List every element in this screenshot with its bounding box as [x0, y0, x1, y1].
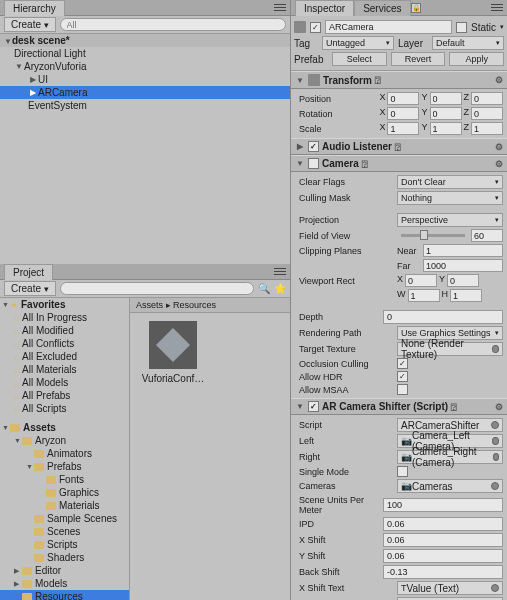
hierarchy-tab[interactable]: Hierarchy: [4, 0, 65, 16]
scale-z[interactable]: [471, 122, 503, 135]
occlusion-checkbox[interactable]: [397, 358, 408, 369]
tree-item[interactable]: ⌕All Conflicts: [0, 337, 129, 350]
fov-input[interactable]: [471, 229, 503, 242]
tree-item[interactable]: Sample Scenes: [0, 512, 129, 525]
tree-item[interactable]: ⌕All Excluded: [0, 350, 129, 363]
camera-header[interactable]: ▼ Camera ⍰⚙: [291, 155, 507, 172]
revert-button[interactable]: Revert: [391, 52, 446, 66]
tree-item[interactable]: ⌕All Scripts: [0, 402, 129, 415]
layer-dropdown[interactable]: Default: [432, 36, 504, 50]
project-asset-item[interactable]: VuforiaConf…: [138, 321, 208, 600]
audio-listener-header[interactable]: ▶ Audio Listener ⍰⚙: [291, 138, 507, 155]
help-icon[interactable]: ⍰: [375, 75, 380, 85]
gear-icon[interactable]: ⚙: [495, 142, 503, 152]
xst-field[interactable]: T Value (Text): [397, 581, 503, 595]
static-checkbox[interactable]: [456, 22, 467, 33]
fold-icon[interactable]: ▼: [4, 37, 12, 46]
vp-x[interactable]: [405, 274, 437, 287]
supm-input[interactable]: [383, 498, 503, 512]
tree-item[interactable]: Scenes: [0, 525, 129, 538]
tag-dropdown[interactable]: Untagged: [322, 36, 394, 50]
depth-input[interactable]: [383, 310, 503, 324]
tree-item[interactable]: Graphics: [0, 486, 129, 499]
assets-group[interactable]: ▼Assets: [0, 421, 129, 434]
transform-header[interactable]: ▼ Transform ⍰⚙: [291, 71, 507, 89]
lock-icon[interactable]: 🔒: [411, 3, 421, 13]
hierarchy-item[interactable]: EventSystem: [0, 99, 290, 112]
services-tab[interactable]: Services: [354, 0, 410, 16]
tree-item[interactable]: ⌕All Prefabs: [0, 389, 129, 402]
right-camera-field[interactable]: 📷 Camera_Right (Camera): [397, 450, 503, 464]
name-input[interactable]: [325, 20, 452, 34]
scale-x[interactable]: [387, 122, 419, 135]
component-enabled-checkbox[interactable]: [308, 158, 319, 169]
asset-icon: [149, 321, 197, 369]
tree-item[interactable]: ⌕All In Progress: [0, 311, 129, 324]
rot-z[interactable]: [471, 107, 503, 120]
far-input[interactable]: [423, 259, 503, 272]
culling-dropdown[interactable]: Nothing: [397, 191, 503, 205]
project-tab[interactable]: Project: [4, 264, 53, 280]
fov-slider[interactable]: [401, 234, 465, 237]
tree-item[interactable]: Scripts: [0, 538, 129, 551]
tree-item[interactable]: ⌕All Models: [0, 376, 129, 389]
hierarchy-create-button[interactable]: Create ▾: [4, 17, 56, 32]
pos-z[interactable]: [471, 92, 503, 105]
gear-icon[interactable]: ⚙: [495, 75, 503, 85]
project-create-button[interactable]: Create ▾: [4, 281, 56, 296]
ar-shifter-header[interactable]: ▼ AR Camera Shifter (Script) ⍰⚙: [291, 398, 507, 415]
vp-h[interactable]: [450, 289, 482, 302]
xshift-input[interactable]: [383, 533, 503, 547]
hierarchy-item-arcamera[interactable]: ▶ARCamera: [0, 86, 290, 99]
tree-item[interactable]: ▼Prefabs: [0, 460, 129, 473]
pos-x[interactable]: [387, 92, 419, 105]
rot-y[interactable]: [430, 107, 462, 120]
pos-y[interactable]: [430, 92, 462, 105]
tree-item[interactable]: ▼Aryzon: [0, 434, 129, 447]
hierarchy-menu-icon[interactable]: [274, 3, 286, 13]
enabled-checkbox[interactable]: [310, 22, 321, 33]
hierarchy-search-input[interactable]: [60, 18, 286, 31]
near-input[interactable]: [423, 244, 503, 257]
bshift-input[interactable]: [383, 565, 503, 579]
hdr-checkbox[interactable]: [397, 371, 408, 382]
hierarchy-item[interactable]: Directional Light: [0, 47, 290, 60]
favorites-group[interactable]: ▼★Favorites: [0, 298, 129, 311]
tree-item[interactable]: Animators: [0, 447, 129, 460]
msaa-checkbox[interactable]: [397, 384, 408, 395]
vp-w[interactable]: [408, 289, 440, 302]
ipd-input[interactable]: [383, 517, 503, 531]
inspector-menu-icon[interactable]: [491, 3, 503, 13]
project-search-input[interactable]: [60, 282, 254, 295]
filter-icon[interactable]: 🔍: [258, 283, 270, 294]
vp-y[interactable]: [447, 274, 479, 287]
project-menu-icon[interactable]: [274, 267, 286, 277]
tree-item[interactable]: ⌕All Modified: [0, 324, 129, 337]
yshift-input[interactable]: [383, 549, 503, 563]
select-button[interactable]: Select: [332, 52, 387, 66]
component-enabled-checkbox[interactable]: [308, 141, 319, 152]
cameras-field[interactable]: 📷 Cameras: [397, 479, 503, 493]
gear-icon[interactable]: ⚙: [495, 159, 503, 169]
tree-item[interactable]: ⌕All Materials: [0, 363, 129, 376]
clear-flags-dropdown[interactable]: Don't Clear: [397, 175, 503, 189]
tree-item[interactable]: Shaders: [0, 551, 129, 564]
tree-item[interactable]: ▶Models: [0, 577, 129, 590]
inspector-tab[interactable]: Inspector: [295, 0, 354, 16]
apply-button[interactable]: Apply: [449, 52, 504, 66]
rot-x[interactable]: [387, 107, 419, 120]
filter-icon[interactable]: ⭐: [274, 283, 286, 294]
gear-icon[interactable]: ⚙: [495, 402, 503, 412]
tree-item[interactable]: ▶Editor: [0, 564, 129, 577]
hierarchy-item[interactable]: ▶UI: [0, 73, 290, 86]
tree-item[interactable]: Fonts: [0, 473, 129, 486]
tree-item-resources[interactable]: Resources: [0, 590, 129, 600]
scale-y[interactable]: [430, 122, 462, 135]
component-enabled-checkbox[interactable]: [308, 401, 319, 412]
projection-dropdown[interactable]: Perspective: [397, 213, 503, 227]
target-texture-field[interactable]: None (Render Texture): [397, 342, 503, 356]
single-mode-checkbox[interactable]: [397, 466, 408, 477]
ipd-label: IPD: [295, 519, 381, 529]
tree-item[interactable]: Materials: [0, 499, 129, 512]
hierarchy-item[interactable]: ▼AryzonVuforia: [0, 60, 290, 73]
